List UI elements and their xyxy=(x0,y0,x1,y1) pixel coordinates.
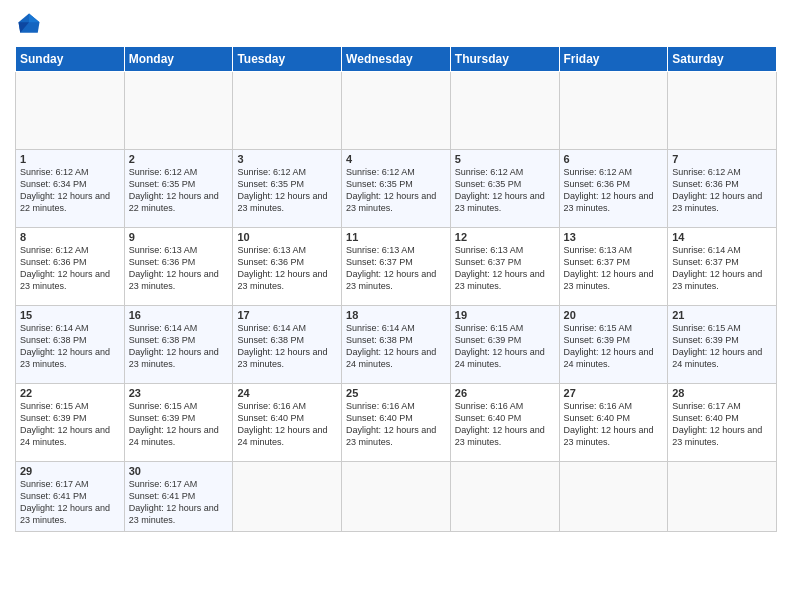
table-cell xyxy=(342,72,451,150)
table-cell: 5 Sunrise: 6:12 AM Sunset: 6:35 PM Dayli… xyxy=(450,150,559,228)
sunset-text: Sunset: 6:41 PM xyxy=(129,491,196,501)
cell-info: Sunrise: 6:16 AM Sunset: 6:40 PM Dayligh… xyxy=(237,400,337,449)
day-number: 13 xyxy=(564,231,664,243)
day-number: 23 xyxy=(129,387,229,399)
table-cell xyxy=(450,72,559,150)
sunset-text: Sunset: 6:39 PM xyxy=(455,335,522,345)
cell-info: Sunrise: 6:13 AM Sunset: 6:37 PM Dayligh… xyxy=(564,244,664,293)
daylight-text: Daylight: 12 hours and 22 minutes. xyxy=(129,191,219,213)
sunrise-text: Sunrise: 6:12 AM xyxy=(20,167,89,177)
table-cell: 21 Sunrise: 6:15 AM Sunset: 6:39 PM Dayl… xyxy=(668,306,777,384)
day-number: 25 xyxy=(346,387,446,399)
sunrise-text: Sunrise: 6:13 AM xyxy=(564,245,633,255)
table-cell: 9 Sunrise: 6:13 AM Sunset: 6:36 PM Dayli… xyxy=(124,228,233,306)
table-cell: 7 Sunrise: 6:12 AM Sunset: 6:36 PM Dayli… xyxy=(668,150,777,228)
cell-info: Sunrise: 6:17 AM Sunset: 6:40 PM Dayligh… xyxy=(672,400,772,449)
sunrise-text: Sunrise: 6:13 AM xyxy=(129,245,198,255)
sunrise-text: Sunrise: 6:15 AM xyxy=(455,323,524,333)
cell-info: Sunrise: 6:15 AM Sunset: 6:39 PM Dayligh… xyxy=(455,322,555,371)
table-cell xyxy=(668,462,777,532)
cell-info: Sunrise: 6:13 AM Sunset: 6:36 PM Dayligh… xyxy=(237,244,337,293)
cell-info: Sunrise: 6:14 AM Sunset: 6:38 PM Dayligh… xyxy=(237,322,337,371)
sunset-text: Sunset: 6:39 PM xyxy=(564,335,631,345)
cell-info: Sunrise: 6:13 AM Sunset: 6:37 PM Dayligh… xyxy=(346,244,446,293)
daylight-text: Daylight: 12 hours and 23 minutes. xyxy=(237,347,327,369)
day-number: 19 xyxy=(455,309,555,321)
sunrise-text: Sunrise: 6:15 AM xyxy=(129,401,198,411)
sunset-text: Sunset: 6:41 PM xyxy=(20,491,87,501)
table-cell: 26 Sunrise: 6:16 AM Sunset: 6:40 PM Dayl… xyxy=(450,384,559,462)
daylight-text: Daylight: 12 hours and 23 minutes. xyxy=(346,425,436,447)
sunrise-text: Sunrise: 6:16 AM xyxy=(564,401,633,411)
calendar-table: Sunday Monday Tuesday Wednesday Thursday… xyxy=(15,46,777,532)
sunset-text: Sunset: 6:36 PM xyxy=(20,257,87,267)
col-friday: Friday xyxy=(559,47,668,72)
cell-info: Sunrise: 6:12 AM Sunset: 6:34 PM Dayligh… xyxy=(20,166,120,215)
sunrise-text: Sunrise: 6:12 AM xyxy=(129,167,198,177)
daylight-text: Daylight: 12 hours and 23 minutes. xyxy=(20,269,110,291)
sunset-text: Sunset: 6:40 PM xyxy=(564,413,631,423)
sunset-text: Sunset: 6:40 PM xyxy=(346,413,413,423)
table-cell: 11 Sunrise: 6:13 AM Sunset: 6:37 PM Dayl… xyxy=(342,228,451,306)
daylight-text: Daylight: 12 hours and 23 minutes. xyxy=(455,425,545,447)
logo xyxy=(15,10,47,38)
table-cell: 10 Sunrise: 6:13 AM Sunset: 6:36 PM Dayl… xyxy=(233,228,342,306)
cell-info: Sunrise: 6:14 AM Sunset: 6:38 PM Dayligh… xyxy=(346,322,446,371)
day-number: 9 xyxy=(129,231,229,243)
sunset-text: Sunset: 6:35 PM xyxy=(237,179,304,189)
day-number: 26 xyxy=(455,387,555,399)
table-cell: 14 Sunrise: 6:14 AM Sunset: 6:37 PM Dayl… xyxy=(668,228,777,306)
table-cell: 29 Sunrise: 6:17 AM Sunset: 6:41 PM Dayl… xyxy=(16,462,125,532)
day-number: 22 xyxy=(20,387,120,399)
daylight-text: Daylight: 12 hours and 23 minutes. xyxy=(346,191,436,213)
table-cell: 18 Sunrise: 6:14 AM Sunset: 6:38 PM Dayl… xyxy=(342,306,451,384)
table-cell xyxy=(450,462,559,532)
day-number: 7 xyxy=(672,153,772,165)
cell-info: Sunrise: 6:17 AM Sunset: 6:41 PM Dayligh… xyxy=(129,478,229,527)
cell-info: Sunrise: 6:12 AM Sunset: 6:35 PM Dayligh… xyxy=(129,166,229,215)
sunset-text: Sunset: 6:35 PM xyxy=(455,179,522,189)
daylight-text: Daylight: 12 hours and 24 minutes. xyxy=(20,425,110,447)
daylight-text: Daylight: 12 hours and 23 minutes. xyxy=(672,425,762,447)
cell-info: Sunrise: 6:13 AM Sunset: 6:36 PM Dayligh… xyxy=(129,244,229,293)
sunrise-text: Sunrise: 6:17 AM xyxy=(20,479,89,489)
table-cell: 22 Sunrise: 6:15 AM Sunset: 6:39 PM Dayl… xyxy=(16,384,125,462)
daylight-text: Daylight: 12 hours and 24 minutes. xyxy=(237,425,327,447)
sunrise-text: Sunrise: 6:17 AM xyxy=(129,479,198,489)
daylight-text: Daylight: 12 hours and 23 minutes. xyxy=(564,425,654,447)
daylight-text: Daylight: 12 hours and 23 minutes. xyxy=(455,191,545,213)
table-cell: 12 Sunrise: 6:13 AM Sunset: 6:37 PM Dayl… xyxy=(450,228,559,306)
table-cell xyxy=(559,462,668,532)
day-number: 3 xyxy=(237,153,337,165)
cell-info: Sunrise: 6:14 AM Sunset: 6:38 PM Dayligh… xyxy=(129,322,229,371)
table-cell: 2 Sunrise: 6:12 AM Sunset: 6:35 PM Dayli… xyxy=(124,150,233,228)
header xyxy=(15,10,777,38)
sunset-text: Sunset: 6:38 PM xyxy=(346,335,413,345)
sunrise-text: Sunrise: 6:16 AM xyxy=(346,401,415,411)
daylight-text: Daylight: 12 hours and 23 minutes. xyxy=(237,269,327,291)
sunrise-text: Sunrise: 6:12 AM xyxy=(672,167,741,177)
sunset-text: Sunset: 6:37 PM xyxy=(346,257,413,267)
day-number: 4 xyxy=(346,153,446,165)
day-number: 2 xyxy=(129,153,229,165)
sunset-text: Sunset: 6:39 PM xyxy=(672,335,739,345)
col-wednesday: Wednesday xyxy=(342,47,451,72)
sunrise-text: Sunrise: 6:14 AM xyxy=(237,323,306,333)
table-cell xyxy=(16,72,125,150)
table-cell: 16 Sunrise: 6:14 AM Sunset: 6:38 PM Dayl… xyxy=(124,306,233,384)
table-cell: 27 Sunrise: 6:16 AM Sunset: 6:40 PM Dayl… xyxy=(559,384,668,462)
day-number: 11 xyxy=(346,231,446,243)
sunset-text: Sunset: 6:34 PM xyxy=(20,179,87,189)
day-number: 21 xyxy=(672,309,772,321)
day-number: 10 xyxy=(237,231,337,243)
day-number: 14 xyxy=(672,231,772,243)
col-monday: Monday xyxy=(124,47,233,72)
sunrise-text: Sunrise: 6:12 AM xyxy=(346,167,415,177)
sunrise-text: Sunrise: 6:13 AM xyxy=(346,245,415,255)
daylight-text: Daylight: 12 hours and 23 minutes. xyxy=(346,269,436,291)
sunrise-text: Sunrise: 6:17 AM xyxy=(672,401,741,411)
sunrise-text: Sunrise: 6:14 AM xyxy=(346,323,415,333)
sunrise-text: Sunrise: 6:12 AM xyxy=(20,245,89,255)
sunrise-text: Sunrise: 6:16 AM xyxy=(455,401,524,411)
daylight-text: Daylight: 12 hours and 23 minutes. xyxy=(455,269,545,291)
